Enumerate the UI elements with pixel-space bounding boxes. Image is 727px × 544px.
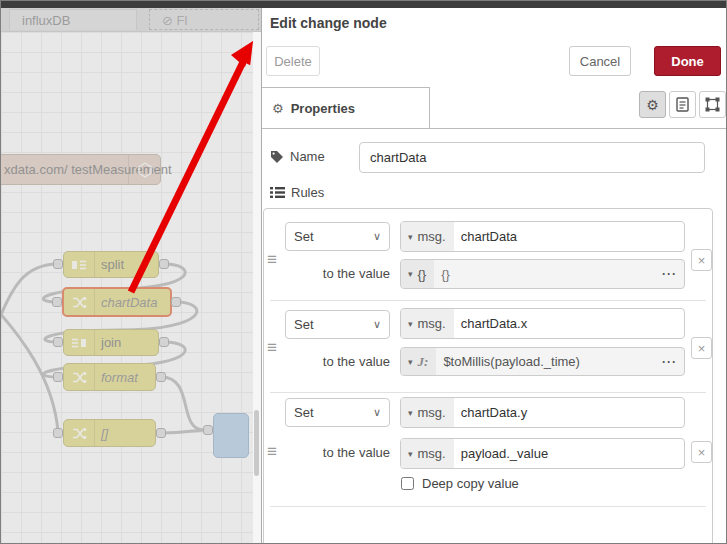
list-icon xyxy=(270,186,285,199)
caret-down-icon: ▾ xyxy=(408,269,413,279)
to-the-value-label: to the value xyxy=(290,354,390,369)
flow-tab-bar: influxDB ⊘ Fl xyxy=(1,8,261,32)
port[interactable] xyxy=(171,297,181,307)
chevron-down-icon: ∨ xyxy=(373,230,381,243)
appearance-view-button[interactable] xyxy=(699,91,726,118)
type-select-msg[interactable]: ▾msg. xyxy=(401,222,454,251)
port[interactable] xyxy=(156,372,166,382)
document-icon xyxy=(676,97,689,112)
rule1-property-input[interactable]: ▾msg. chartData xyxy=(400,221,685,252)
deep-copy-row: Deep copy value xyxy=(401,476,519,491)
rules-section-label: Rules xyxy=(270,185,324,200)
tag-icon xyxy=(270,150,284,164)
node-split[interactable]: split xyxy=(63,251,159,278)
description-view-button[interactable] xyxy=(669,91,696,118)
cancel-button[interactable]: Cancel xyxy=(569,46,631,76)
type-select-jsonata[interactable]: ▾J: xyxy=(401,348,436,375)
expand-editor-button[interactable]: ··· xyxy=(655,260,684,288)
port[interactable] xyxy=(53,259,63,269)
port[interactable] xyxy=(53,372,63,382)
port[interactable] xyxy=(159,337,169,347)
frame-icon xyxy=(705,97,720,112)
rule3-value-input[interactable]: ▾msg. payload._value xyxy=(400,438,685,469)
change-icon xyxy=(64,289,95,315)
rule-drag-handle[interactable]: ≡ xyxy=(267,250,277,270)
port[interactable] xyxy=(203,425,213,435)
node-influxdb-in[interactable]: xdata.com/ testMeasurement xyxy=(0,154,161,185)
disabled-flow-icon: ⊘ xyxy=(162,13,173,28)
rule-drag-handle[interactable]: ≡ xyxy=(267,338,277,358)
caret-down-icon: ▾ xyxy=(408,319,413,329)
rule2-delete-button[interactable]: × xyxy=(691,337,712,359)
done-button[interactable]: Done xyxy=(654,46,721,76)
type-select-msg[interactable]: ▾msg. xyxy=(401,439,454,468)
rule2-value-input[interactable]: ▾J: $toMillis(payload._time) ··· xyxy=(400,347,685,376)
rule-divider xyxy=(270,300,706,301)
rule2-property-input[interactable]: ▾msg. chartData.x xyxy=(400,308,685,339)
name-field-label: Name xyxy=(270,149,325,164)
type-select-msg[interactable]: ▾msg. xyxy=(401,309,454,338)
deep-copy-checkbox[interactable] xyxy=(401,477,414,490)
type-select-msg[interactable]: ▾msg. xyxy=(401,398,454,427)
chevron-down-icon: ∨ xyxy=(373,406,381,419)
node-chartdata-change[interactable]: chartData xyxy=(62,287,172,317)
delete-button[interactable]: Delete xyxy=(266,46,320,76)
node-chart-dashboard[interactable] xyxy=(213,413,249,458)
to-the-value-label: to the value xyxy=(290,445,390,460)
port[interactable] xyxy=(53,337,63,347)
rule1-value-input[interactable]: ▾{} {} ··· xyxy=(400,259,685,289)
influxdb-icon xyxy=(128,155,160,184)
tray-title: Edit change node xyxy=(270,15,387,31)
to-the-value-label: to the value xyxy=(290,266,390,281)
rule-drag-handle[interactable]: ≡ xyxy=(267,442,277,462)
join-icon xyxy=(64,330,95,355)
port[interactable] xyxy=(53,428,63,438)
caret-down-icon: ▾ xyxy=(408,232,413,242)
rule3-delete-button[interactable]: × xyxy=(691,441,712,463)
tab-properties[interactable]: ⚙ Properties xyxy=(262,87,430,129)
port[interactable] xyxy=(156,428,166,438)
name-input[interactable]: chartData xyxy=(359,142,705,173)
workspace-scrollbar[interactable] xyxy=(253,32,261,544)
deep-copy-label: Deep copy value xyxy=(422,476,519,491)
expand-editor-button[interactable]: ··· xyxy=(655,348,684,375)
scrollbar-thumb[interactable] xyxy=(254,410,259,476)
node-array-change[interactable]: [] xyxy=(63,419,156,447)
flow-tab-influxdb[interactable]: influxDB xyxy=(9,9,137,30)
node-join[interactable]: join xyxy=(63,329,159,356)
caret-down-icon: ▾ xyxy=(408,449,413,459)
rule1-action-select[interactable]: Set∨ xyxy=(285,222,390,251)
rule3-action-select[interactable]: Set∨ xyxy=(285,398,390,427)
change-icon xyxy=(64,420,95,446)
rule-divider xyxy=(270,506,706,507)
node-format-change[interactable]: format xyxy=(63,363,156,391)
chevron-down-icon: ∨ xyxy=(373,318,381,331)
properties-view-button[interactable]: ⚙ xyxy=(639,91,666,118)
port[interactable] xyxy=(52,297,62,307)
port[interactable] xyxy=(159,259,169,269)
flow-tab-disabled[interactable]: ⊘ Fl xyxy=(149,9,259,30)
rule-divider xyxy=(270,392,706,393)
type-select-json[interactable]: ▾{} xyxy=(401,260,434,288)
header-bar xyxy=(1,1,727,8)
caret-down-icon: ▾ xyxy=(408,357,413,367)
edit-change-node-tray: Edit change node Delete Cancel Done ⚙ Pr… xyxy=(261,8,727,544)
flow-workspace: influxDB ⊘ Fl xdata.com/ testMeasurement xyxy=(1,8,261,544)
rule2-action-select[interactable]: Set∨ xyxy=(285,310,390,339)
rule1-delete-button[interactable]: × xyxy=(691,249,712,271)
split-icon xyxy=(64,252,95,277)
node-red-window: influxDB ⊘ Fl xdata.com/ testMeasurement xyxy=(0,0,727,544)
rule3-property-input[interactable]: ▾msg. chartData.y xyxy=(400,397,685,428)
change-icon xyxy=(64,364,95,390)
gear-icon: ⚙ xyxy=(272,101,284,116)
caret-down-icon: ▾ xyxy=(408,408,413,418)
gear-icon: ⚙ xyxy=(646,97,659,113)
